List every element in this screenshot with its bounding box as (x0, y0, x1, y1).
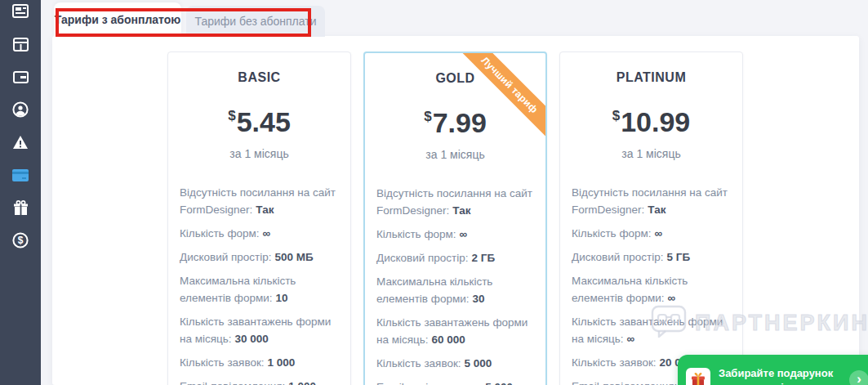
feature-value: 60 000 (432, 334, 465, 346)
feature-value: 30 000 (235, 333, 269, 345)
tab-label: Тарифи з абонплатою (55, 13, 181, 26)
feature-value: 10 (276, 292, 288, 304)
feature-label: Email-повідомлення: (376, 381, 482, 385)
sidebar-item-forms[interactable] (12, 3, 29, 20)
feature-value: 30 (473, 293, 485, 305)
pricing-card-basic: BASIC $5.45 за 1 місяць Відсутність поси… (167, 51, 351, 385)
feature-site-link: Відсутність посилання на сайт FormDesign… (376, 185, 534, 219)
feature-disk-space: Дисковий простір:500 МБ (180, 248, 339, 266)
feature-label: Кількість заявок: (376, 357, 461, 369)
plan-price: $7.99 (365, 107, 545, 139)
tab-tariffs-without-fee[interactable]: Тарифи без абонплати (186, 6, 325, 37)
feature-max-elements: Максимальна кількість елементів форми:∞ (572, 272, 731, 307)
feature-value: Так (648, 204, 665, 216)
plan-period: за 1 місяць (560, 147, 742, 160)
price-amount: 10.99 (621, 106, 690, 137)
currency-symbol: $ (424, 109, 431, 124)
warning-icon (12, 135, 29, 150)
feature-value: ∞ (627, 333, 635, 345)
feature-label: Дисковий простір: (376, 252, 469, 264)
pricing-card-platinum: PLATINUM $10.99 за 1 місяць Відсутність … (559, 51, 743, 385)
plan-price: $5.45 (168, 106, 350, 138)
feature-value: ∞ (655, 227, 663, 240)
feature-value: ∞ (668, 292, 676, 304)
price-amount: 7.99 (433, 107, 487, 138)
feature-site-link: Відсутність посилання на сайт FormDesign… (572, 184, 731, 218)
currency-symbol: $ (228, 108, 235, 123)
chevron-right-icon[interactable]: › (849, 370, 868, 385)
tab-tariffs-with-fee[interactable]: Тарифи з абонплатою (54, 2, 181, 37)
promo-text: Забирайте подарунок за реєстрацію (719, 366, 841, 385)
price-amount: 5.45 (237, 106, 291, 137)
sidebar-item-alerts[interactable] (12, 134, 29, 150)
feature-max-elements: Максимальна кількість елементів форми:10 (180, 272, 339, 307)
feature-label: Дисковий простір: (572, 251, 664, 263)
plan-features: Відсутність посилання на сайт FormDesign… (365, 185, 545, 385)
sidebar-item-payments-active[interactable] (12, 167, 29, 183)
feature-value: 500 МБ (275, 251, 314, 263)
feature-value: 1 000 (268, 356, 296, 369)
feature-value: 5 000 (465, 357, 492, 369)
feature-forms-count: Кількість форм:∞ (180, 225, 339, 242)
feature-site-link: Відсутність посилання на сайт FormDesign… (180, 184, 339, 218)
feature-forms-count: Кількість форм:∞ (572, 225, 731, 242)
sidebar-item-gifts[interactable] (12, 199, 29, 216)
feature-emails: Email-повідомлення:5 000 (376, 378, 534, 385)
plan-period: за 1 місяць (168, 147, 350, 160)
feature-monthly-loads: Кількість завантажень форми на місяць:60… (376, 314, 534, 348)
feature-label: Email-повідомлення: (572, 380, 677, 385)
feature-value: ∞ (460, 228, 468, 240)
feature-value: Так (256, 204, 274, 216)
wallet-icon (13, 71, 29, 83)
feature-value: 5 000 (485, 381, 513, 385)
feature-monthly-loads: Кількість завантажень форми на місяць:∞ (572, 313, 731, 347)
plan-price: $10.99 (560, 106, 742, 138)
tab-label: Тарифи без абонплати (195, 15, 317, 28)
balance-dollar-icon: $ (12, 232, 29, 248)
plan-period: за 1 місяць (365, 148, 545, 161)
form-document-icon (12, 4, 29, 19)
gift-icon (13, 200, 29, 216)
feature-label: Дисковий простір: (180, 251, 272, 263)
payment-card-icon (12, 169, 29, 181)
feature-disk-space: Дисковий простір:2 ГБ (376, 249, 534, 266)
pricing-cards: BASIC $5.45 за 1 місяць Відсутність поси… (167, 51, 743, 385)
feature-value: Так (452, 204, 470, 217)
feature-value: 2 ГБ (472, 252, 496, 264)
plan-features: Відсутність посилання на сайт FormDesign… (168, 184, 350, 385)
feature-label: Кількість завантажень форми на місяць: (572, 316, 723, 345)
promo-line2: реєстрацію (732, 381, 793, 385)
feature-disk-space: Дисковий простір:5 ГБ (572, 248, 731, 266)
feature-label: Кількість форм: (376, 228, 456, 240)
feature-requests: Кількість заявок:1 000 (180, 354, 339, 371)
svg-text:$: $ (18, 235, 24, 246)
feature-label: Кількість форм: (180, 227, 260, 240)
sidebar-item-layout[interactable] (12, 36, 29, 52)
currency-symbol: $ (612, 108, 620, 123)
feature-label: Email-повідомлення: (180, 380, 285, 385)
sidebar-item-balance[interactable]: $ (12, 232, 29, 248)
feature-label: Кількість заявок: (180, 356, 265, 369)
layout-icon (13, 38, 29, 51)
tariffs-panel: BASIC $5.45 за 1 місяць Відсутність поси… (52, 36, 859, 385)
feature-requests: Кількість заявок:5 000 (376, 355, 534, 372)
pricing-card-gold: Лучший тариф GOLD $7.99 за 1 місяць Відс… (363, 51, 547, 385)
feature-max-elements: Максимальна кількість елементів форми:30 (376, 273, 534, 307)
feature-value: 5 ГБ (667, 251, 691, 263)
account-icon (12, 101, 29, 118)
gift-emoji-icon (686, 368, 710, 385)
plan-name: PLATINUM (560, 70, 742, 85)
feature-value: ∞ (263, 227, 271, 240)
promo-registration-banner[interactable]: Забирайте подарунок за реєстрацію › (678, 355, 868, 385)
feature-monthly-loads: Кількість завантажень форми на місяць:30… (180, 313, 339, 347)
feature-value: 1 000 (288, 380, 316, 385)
feature-label: Кількість заявок: (572, 356, 657, 369)
feature-emails: Email-повідомлення:1 000 (180, 378, 339, 385)
sidebar-item-account[interactable] (12, 101, 29, 118)
sidebar-item-wallet[interactable] (12, 69, 29, 85)
sidebar: $ (0, 0, 41, 385)
plan-name: BASIC (168, 70, 350, 85)
feature-forms-count: Кількість форм:∞ (376, 226, 534, 243)
feature-label: Кількість форм: (572, 227, 652, 240)
